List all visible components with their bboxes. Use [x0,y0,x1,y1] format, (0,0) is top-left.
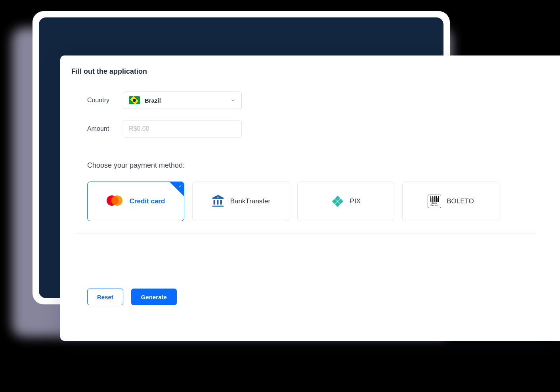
form-actions: Reset Generate [87,289,177,305]
mastercard-icon [107,195,124,207]
check-icon: ✓ [179,184,182,189]
amount-input[interactable] [123,120,242,138]
application-form-card: Fill out the application Country Brazil … [60,55,560,341]
country-select[interactable]: Brazil [123,92,242,109]
boleto-icon: Boleto Bancário [428,195,441,208]
boleto-icon-text-2: Bancário [430,205,438,207]
country-select-value-wrap: Brazil [129,96,161,104]
payment-method-bank-transfer[interactable]: $ BankTransfer [192,182,289,221]
payment-method-label: PIX [350,197,361,205]
payment-method-pix[interactable]: PIX [297,182,394,221]
generate-button[interactable]: Generate [131,289,177,305]
country-row: Country Brazil [87,92,536,109]
payment-method-label: BankTransfer [230,197,270,205]
form-body: Country Brazil Amount Choose your paymen… [71,92,560,233]
payment-method-label: BOLETO [447,197,474,205]
chevron-down-icon [230,98,236,103]
payment-method-credit-card[interactable]: ✓ Credit card [87,182,184,221]
payment-method-heading: Choose your payment method: [87,161,536,170]
pix-icon [331,195,344,208]
country-label: Country [87,97,123,104]
reset-button[interactable]: Reset [87,289,123,305]
brazil-flag-icon [129,96,140,104]
section-divider [76,233,536,233]
amount-row: Amount [87,120,536,138]
payment-methods-list: ✓ Credit card $ BankTransfer PIX [87,182,536,221]
country-value: Brazil [145,97,161,104]
payment-method-boleto[interactable]: Boleto Bancário BOLETO [402,182,499,221]
form-title: Fill out the application [71,67,560,76]
payment-method-label: Credit card [130,197,165,205]
bank-icon: $ [211,194,225,209]
amount-label: Amount [87,125,123,132]
